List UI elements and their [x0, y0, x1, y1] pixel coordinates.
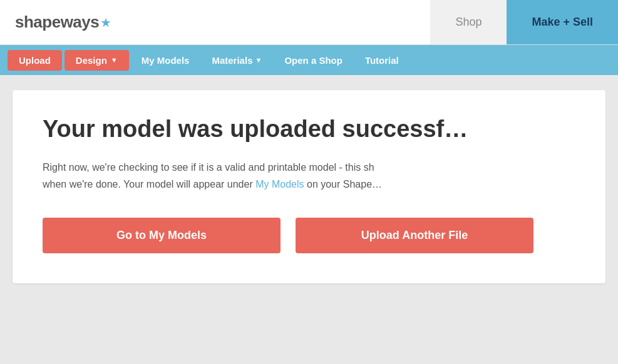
success-description: Right now, we're checking to see if it i… [43, 159, 556, 193]
tutorials-link[interactable]: Tutorial [355, 50, 409, 71]
materials-label: Materials [212, 55, 252, 66]
desc-part2: when we're done. Your model will appear … [43, 179, 255, 190]
design-arrow-icon: ▼ [111, 56, 118, 64]
tab-shop[interactable]: Shop [430, 0, 507, 44]
main-content: Your model was uploaded successf… Right … [0, 75, 618, 363]
secondary-nav: Upload Design ▼ My Models Materials ▼ Op… [0, 45, 618, 75]
my-models-inline-link[interactable]: My Models [255, 179, 304, 190]
logo-area: shapeways★ [0, 0, 126, 44]
materials-arrow-icon: ▼ [255, 56, 262, 64]
design-label: Design [76, 55, 107, 66]
upload-button[interactable]: Upload [8, 50, 62, 71]
logo-text: shapeways [15, 13, 99, 32]
materials-link[interactable]: Materials ▼ [202, 50, 272, 71]
my-models-link[interactable]: My Models [131, 50, 200, 71]
top-nav: shapeways★ Shop Make + Sell [0, 0, 618, 45]
desc-part1: Right now, we're checking to see if it i… [43, 162, 374, 173]
action-buttons: Go to My Models Upload Another File [43, 218, 575, 253]
success-card: Your model was uploaded successf… Right … [13, 90, 605, 283]
desc-part3: on your Shape… [304, 179, 383, 190]
tab-make-sell[interactable]: Make + Sell [507, 0, 618, 44]
logo-star: ★ [100, 15, 111, 30]
open-shop-link[interactable]: Open a Shop [274, 50, 353, 71]
upload-another-file-button[interactable]: Upload Another File [296, 218, 533, 253]
design-button[interactable]: Design ▼ [64, 50, 129, 71]
success-title: Your model was uploaded successf… [43, 115, 575, 144]
go-to-my-models-button[interactable]: Go to My Models [43, 218, 281, 253]
